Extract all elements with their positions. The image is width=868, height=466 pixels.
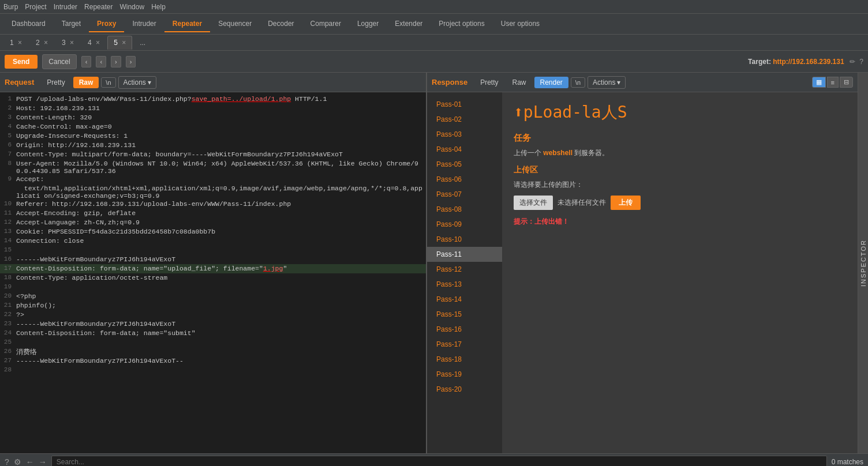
sidebar-pass-20[interactable]: Pass-20 bbox=[427, 382, 502, 397]
sidebar-pass-19[interactable]: Pass-19 bbox=[427, 367, 502, 382]
inspector-panel[interactable]: INSPECTOR bbox=[858, 73, 868, 453]
tab-target[interactable]: Target bbox=[54, 16, 89, 32]
response-actions-button[interactable]: Actions ▾ bbox=[588, 76, 626, 89]
sidebar-pass-18[interactable]: Pass-18 bbox=[427, 352, 502, 367]
nav-fwd2-button[interactable]: › bbox=[126, 56, 136, 67]
response-tab-n[interactable]: \n bbox=[571, 77, 585, 88]
code-line: 2 Host: 192.168.239.131 bbox=[0, 104, 426, 113]
response-tab-raw[interactable]: Raw bbox=[506, 77, 532, 88]
sidebar-pass-16[interactable]: Pass-16 bbox=[427, 322, 502, 337]
code-line: 1 POST /upload-labs-env/WWW/Pass-11/inde… bbox=[0, 95, 426, 104]
tab-logger[interactable]: Logger bbox=[349, 16, 387, 32]
sidebar-pass-01[interactable]: Pass-01 bbox=[427, 97, 502, 112]
target-url: http://192.168.239.131 bbox=[773, 58, 844, 66]
sidebar-pass-15[interactable]: Pass-15 bbox=[427, 307, 502, 322]
menu-burp[interactable]: Burp bbox=[3, 3, 18, 11]
response-content[interactable]: Pass-01 Pass-02 Pass-03 Pass-04 Pass-05 … bbox=[427, 92, 858, 453]
view-list-btn[interactable]: ≡ bbox=[827, 77, 839, 88]
upload-sidebar: Pass-01 Pass-02 Pass-03 Pass-04 Pass-05 … bbox=[427, 92, 502, 453]
code-line: 24 Content-Disposition: form-data; name=… bbox=[0, 329, 426, 338]
sidebar-pass-17[interactable]: Pass-17 bbox=[427, 337, 502, 352]
bottom-search-bar: ? ⚙ ← → 0 matches bbox=[0, 453, 868, 466]
tab-sequencer[interactable]: Sequencer bbox=[210, 16, 260, 32]
menu-repeater[interactable]: Repeater bbox=[84, 3, 113, 11]
response-tab-render[interactable]: Render bbox=[534, 77, 568, 88]
upload-area-desc: 请选择要上传的图片： bbox=[514, 180, 846, 190]
subtab-3[interactable]: 3 × bbox=[55, 36, 80, 50]
tab-decoder[interactable]: Decoder bbox=[260, 16, 302, 32]
send-button[interactable]: Send bbox=[5, 55, 38, 69]
response-panel: Response Pretty Raw Render \n Actions ▾ … bbox=[427, 73, 858, 453]
nav-left-icon[interactable]: ← bbox=[26, 457, 34, 467]
code-line: 28 bbox=[0, 366, 426, 375]
subtab-5[interactable]: 5 × bbox=[107, 36, 132, 50]
nav-fwd-button[interactable]: › bbox=[111, 56, 121, 67]
request-tab-n[interactable]: \n bbox=[101, 77, 115, 88]
nav-back2-button[interactable]: ‹ bbox=[96, 56, 106, 67]
upload-render: Pass-01 Pass-02 Pass-03 Pass-04 Pass-05 … bbox=[427, 92, 858, 453]
code-line: 25 bbox=[0, 338, 426, 347]
tab-project-options[interactable]: Project options bbox=[431, 16, 492, 32]
tab-extender[interactable]: Extender bbox=[387, 16, 431, 32]
tab-dashboard[interactable]: Dashboard bbox=[3, 16, 54, 32]
subtab-4[interactable]: 4 × bbox=[81, 36, 106, 50]
menu-window[interactable]: Window bbox=[119, 3, 144, 11]
settings-icon[interactable]: ⚙ bbox=[14, 457, 21, 467]
target-label: Target: bbox=[748, 58, 773, 66]
tab-intruder[interactable]: Intruder bbox=[124, 16, 164, 32]
nav-right-icon[interactable]: → bbox=[39, 457, 47, 467]
upload-submit-button[interactable]: 上传 bbox=[611, 196, 641, 210]
subtab-more[interactable]: ... bbox=[133, 36, 152, 50]
sidebar-pass-10[interactable]: Pass-10 bbox=[427, 232, 502, 247]
sidebar-pass-13[interactable]: Pass-13 bbox=[427, 277, 502, 292]
sidebar-pass-09[interactable]: Pass-09 bbox=[427, 217, 502, 232]
tab-repeater[interactable]: Repeater bbox=[164, 16, 210, 32]
sidebar-pass-06[interactable]: Pass-06 bbox=[427, 172, 502, 187]
code-line: 10 Referer: http://192.168.239.131/uploa… bbox=[0, 200, 426, 209]
matches-count: 0 matches bbox=[832, 458, 863, 466]
sidebar-pass-07[interactable]: Pass-07 bbox=[427, 187, 502, 202]
code-line: 27 ------WebKitFormBoundaryz7PIJ6h194aVE… bbox=[0, 356, 426, 366]
code-line: 16 ------WebKitFormBoundaryz7PIJ6h194aVE… bbox=[0, 255, 426, 264]
no-file-text: 未选择任何文件 bbox=[558, 198, 606, 208]
view-collapse-btn[interactable]: ⊟ bbox=[840, 77, 853, 88]
sub-tabs: 1 × 2 × 3 × 4 × 5 × ... bbox=[0, 35, 868, 51]
question-icon[interactable]: ? bbox=[5, 457, 9, 467]
upload-area-title: 上传区 bbox=[514, 165, 846, 175]
search-input[interactable] bbox=[51, 456, 827, 467]
choose-file-button[interactable]: 选择文件 bbox=[514, 196, 553, 210]
subtab-2[interactable]: 2 × bbox=[29, 36, 54, 50]
menu-intruder[interactable]: Intruder bbox=[54, 3, 77, 11]
request-actions-button[interactable]: Actions ▾ bbox=[118, 76, 156, 89]
task-desc: 上传一个 webshell 到服务器。 bbox=[514, 148, 846, 158]
request-tab-pretty[interactable]: Pretty bbox=[41, 77, 70, 88]
menu-project[interactable]: Project bbox=[25, 3, 46, 11]
menu-help[interactable]: Help bbox=[151, 3, 166, 11]
sidebar-pass-02[interactable]: Pass-02 bbox=[427, 112, 502, 127]
cancel-button[interactable]: Cancel bbox=[42, 54, 76, 69]
request-tab-raw[interactable]: Raw bbox=[73, 77, 99, 88]
request-actions-label: Actions bbox=[124, 78, 146, 87]
edit-target-icon[interactable]: ✏ bbox=[850, 58, 855, 66]
code-line: 15 bbox=[0, 246, 426, 255]
tab-comparer[interactable]: Comparer bbox=[302, 16, 349, 32]
response-tab-pretty[interactable]: Pretty bbox=[474, 77, 504, 88]
sidebar-pass-08[interactable]: Pass-08 bbox=[427, 202, 502, 217]
sidebar-pass-04[interactable]: Pass-04 bbox=[427, 142, 502, 157]
code-line: 14 Connection: close bbox=[0, 236, 426, 246]
tab-user-options[interactable]: User options bbox=[493, 16, 548, 32]
subtab-1[interactable]: 1 × bbox=[3, 36, 28, 50]
sidebar-pass-05[interactable]: Pass-05 bbox=[427, 157, 502, 172]
target-info: Target: http://192.168.239.131 ✏ ? bbox=[748, 58, 863, 66]
sidebar-pass-11[interactable]: Pass-11 bbox=[427, 247, 502, 262]
help-icon[interactable]: ? bbox=[859, 58, 863, 66]
nav-back-button[interactable]: ‹ bbox=[81, 56, 92, 67]
tab-proxy[interactable]: Proxy bbox=[89, 16, 124, 32]
sidebar-pass-14[interactable]: Pass-14 bbox=[427, 292, 502, 307]
upload-hint: 提示：上传出错！ bbox=[514, 217, 846, 227]
sidebar-pass-12[interactable]: Pass-12 bbox=[427, 262, 502, 277]
view-split-btn[interactable]: ▦ bbox=[812, 77, 826, 88]
request-content[interactable]: 1 POST /upload-labs-env/WWW/Pass-11/inde… bbox=[0, 92, 426, 453]
view-mode-buttons: ▦ ≡ ⊟ bbox=[812, 77, 853, 88]
sidebar-pass-03[interactable]: Pass-03 bbox=[427, 127, 502, 142]
